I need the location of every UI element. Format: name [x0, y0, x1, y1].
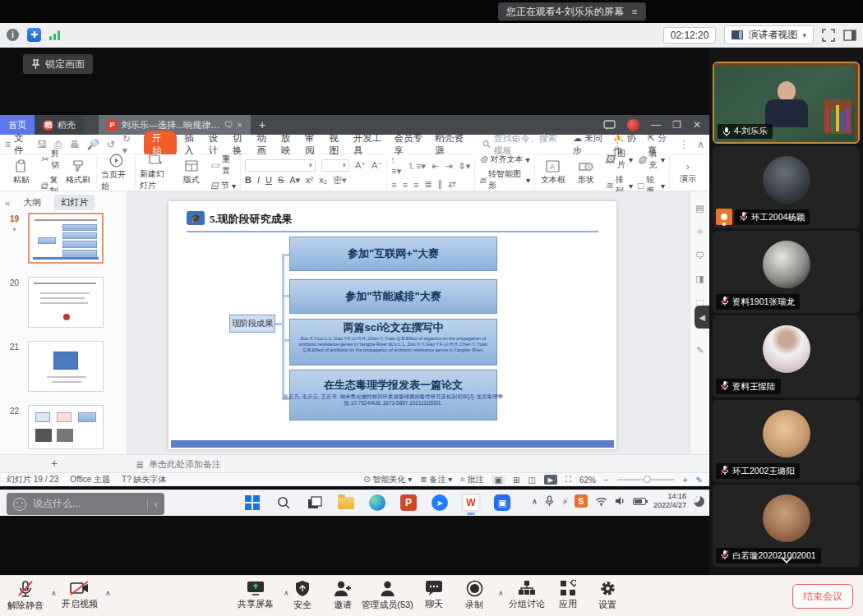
- menu-file[interactable]: ≡文件: [5, 132, 30, 157]
- menu-devtools[interactable]: 开发工具: [353, 132, 387, 157]
- align-center-button[interactable]: ≡: [403, 180, 408, 190]
- justify-button[interactable]: ≣: [425, 179, 432, 190]
- menu-slideshow[interactable]: 放映: [281, 132, 298, 157]
- slideshow-button[interactable]: ▶: [544, 475, 557, 485]
- slide-thumbnail-21[interactable]: 21: [0, 341, 127, 398]
- section-button[interactable]: ⊟节 ▾: [210, 180, 236, 191]
- menu-member[interactable]: 会员专享: [395, 132, 428, 157]
- italic-button[interactable]: I: [257, 175, 260, 185]
- beautify-button[interactable]: ⊙ 智能美化 ▾: [363, 474, 412, 485]
- to-smartart-button[interactable]: ⧈转智能图形 ▾: [479, 168, 530, 191]
- tab-docer[interactable]: 稻 稻壳: [35, 115, 84, 135]
- tray-mic-icon[interactable]: [545, 495, 554, 507]
- sorter-view-icon[interactable]: ⊞: [513, 476, 519, 485]
- end-meeting-button[interactable]: 结束会议: [792, 584, 853, 609]
- close-icon[interactable]: ✕: [693, 119, 701, 131]
- share-screen-button[interactable]: 共享屏幕: [230, 580, 281, 610]
- tab-comment-icon[interactable]: 🗨: [224, 120, 233, 130]
- command-search[interactable]: 查找命令、搜索模板: [482, 132, 565, 157]
- align-right-button[interactable]: ≡: [413, 180, 418, 190]
- file-explorer-icon[interactable]: [336, 493, 356, 513]
- theme-name[interactable]: Office 主题: [70, 474, 110, 485]
- slide-canvas[interactable]: 🎓 5.现阶段研究成果 现阶段成果 参加"互联网+"大赛 参加"节能减排"大赛: [168, 201, 616, 449]
- indent-button[interactable]: ⇥: [445, 161, 452, 172]
- menu-transition[interactable]: 切换: [233, 132, 249, 157]
- columns-button[interactable]: ∥: [438, 179, 443, 190]
- volume-icon[interactable]: [615, 496, 625, 506]
- chat-quick-input[interactable]: 说点什么... ‹: [7, 493, 164, 515]
- undo-icon[interactable]: ↺: [107, 139, 115, 150]
- preview-icon[interactable]: 🔎: [87, 139, 99, 150]
- slide-thumbnail-20[interactable]: 20: [0, 277, 127, 334]
- properties-icon[interactable]: ▤: [695, 203, 704, 214]
- cut-button[interactable]: ✂剪切: [40, 148, 59, 171]
- annotate-pen-icon[interactable]: ✎: [696, 476, 703, 485]
- normal-view-icon[interactable]: ▣: [492, 476, 505, 485]
- menu-animation[interactable]: 动画: [256, 132, 273, 157]
- layout-button[interactable]: 版式: [178, 159, 205, 186]
- comment-pane-icon[interactable]: 🗨: [695, 251, 704, 260]
- diagram-box-4[interactable]: 在生态毒理学报发表一篇论文 高艺凡, 毛步云, 王艺等. 纳米氧化物对耐四环素屎…: [289, 370, 497, 421]
- diagram-box-1[interactable]: 参加"互联网+"大赛: [289, 237, 497, 271]
- outdent-button[interactable]: ⇤: [432, 161, 439, 172]
- font-family-select[interactable]: ▾: [245, 159, 316, 172]
- redo-icon[interactable]: ↻ ▾: [122, 133, 136, 156]
- taskbar-search-icon[interactable]: [274, 493, 293, 513]
- print-icon[interactable]: 🖶: [70, 139, 80, 150]
- subscript-button[interactable]: x₂: [319, 175, 327, 185]
- diagram-box-2[interactable]: 参加"节能减排"大赛: [289, 279, 497, 314]
- start-video-button[interactable]: 开启视频: [56, 580, 104, 610]
- slide-thumbnail-22[interactable]: 22: [0, 405, 127, 453]
- fullscreen-icon[interactable]: [822, 29, 835, 42]
- meeting-app-icon[interactable]: ▣: [492, 493, 512, 513]
- minimize-icon[interactable]: —: [651, 119, 661, 131]
- new-slide-button[interactable]: 新建幻灯片: [140, 154, 173, 191]
- tray-expand-icon[interactable]: ∧: [532, 497, 538, 506]
- paste-button[interactable]: 粘贴: [7, 159, 35, 186]
- unmute-button[interactable]: 解除静音: [2, 580, 49, 612]
- play-current-button[interactable]: 当页开始: [101, 154, 131, 192]
- effects-icon[interactable]: ✧: [696, 227, 704, 237]
- add-slide-button[interactable]: +: [51, 457, 58, 470]
- participant-tile[interactable]: 4-刘乐乐: [713, 62, 860, 144]
- start-button[interactable]: [242, 493, 262, 513]
- tray-capture-app-icon[interactable]: S: [575, 494, 588, 508]
- comments-button[interactable]: ⌗ 批注: [460, 474, 483, 485]
- help-pane-icon[interactable]: ✎: [696, 345, 704, 356]
- textbox-button[interactable]: A 文本框: [539, 160, 567, 186]
- font-color-button[interactable]: A▾: [289, 175, 300, 186]
- meeting-info-icon[interactable]: i: [7, 29, 19, 41]
- present-tools-button[interactable]: › 演示: [674, 161, 702, 185]
- watching-toast[interactable]: 您正在观看4-刘乐乐的屏幕 ≡: [498, 2, 646, 21]
- format-painter-button[interactable]: 格式刷: [64, 159, 92, 186]
- underline-button[interactable]: U: [265, 175, 272, 185]
- zoom-out-button[interactable]: −: [604, 476, 609, 485]
- view-mode-button[interactable]: 演讲者视图 ▾: [724, 25, 814, 44]
- picture-button[interactable]: 🖼图片 ▾: [605, 148, 633, 171]
- edge-browser-icon[interactable]: [367, 493, 387, 513]
- align-text-button[interactable]: ⊜对齐文本 ▾: [479, 154, 530, 165]
- superscript-button[interactable]: x²: [306, 175, 313, 185]
- manage-members-button[interactable]: 管理成员(53): [355, 580, 419, 611]
- diagram-root-box[interactable]: 现阶段成果: [229, 315, 275, 333]
- apps-button[interactable]: 应用: [547, 580, 588, 610]
- text-effects-button[interactable]: 密▾: [333, 174, 347, 186]
- task-view-icon[interactable]: [305, 493, 325, 513]
- numbering-button[interactable]: ⒈≡▾: [407, 160, 426, 172]
- slide-thumbnail-19[interactable]: 19 ✦: [0, 213, 127, 270]
- taskbar-clock[interactable]: 14:16 2022/4/27: [653, 492, 686, 511]
- night-mode-icon[interactable]: [694, 496, 704, 507]
- decrease-font-icon[interactable]: A⁻: [372, 160, 382, 171]
- powerpoint-icon[interactable]: P: [399, 493, 418, 513]
- sidebar-collapse-handle[interactable]: ◀: [695, 306, 709, 329]
- line-spacing-button[interactable]: ⇕▾: [459, 161, 471, 172]
- participant-tile[interactable]: 环工2004杨颖: [713, 146, 860, 228]
- bullets-button[interactable]: ⁝≡▾: [391, 155, 401, 177]
- menu-view[interactable]: 视图: [329, 132, 345, 157]
- increase-font-icon[interactable]: A⁺: [355, 160, 366, 171]
- account-avatar[interactable]: [627, 119, 639, 131]
- restore-icon[interactable]: ❐: [672, 119, 681, 131]
- font-size-select[interactable]: ▾: [321, 159, 349, 172]
- zoom-level[interactable]: 62%: [579, 476, 596, 485]
- cloud-sync-status[interactable]: ☁ 未同步: [573, 132, 605, 157]
